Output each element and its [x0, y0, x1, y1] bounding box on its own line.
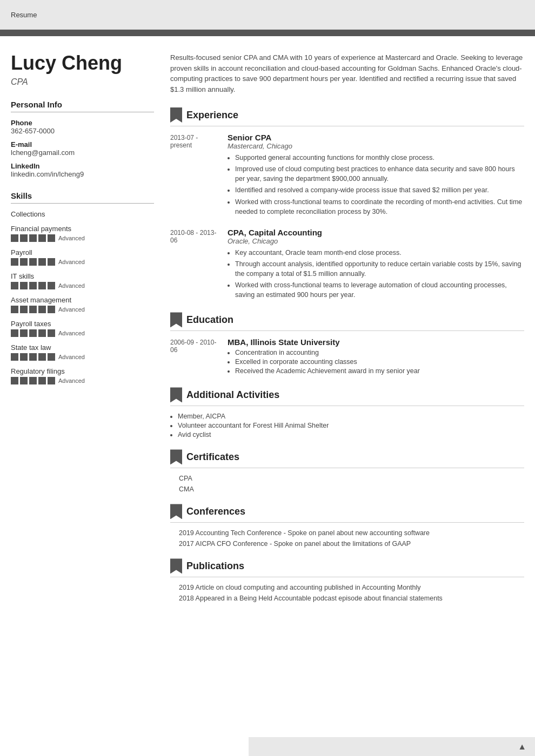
exp-company: Mastercard, Chicago: [228, 142, 524, 150]
exp-bullet-item: Through account analysis, identified opp…: [235, 259, 524, 279]
skill-level-label: Advanced: [58, 330, 85, 336]
linkedin-label: LinkedIn: [11, 162, 154, 170]
pub-items: 2019 Article on cloud computing and acco…: [170, 584, 524, 602]
phone-value: 362-657-0000: [11, 127, 154, 135]
conf-item: 2019 Accounting Tech Conference - Spoke …: [179, 529, 524, 537]
skill-block: [20, 258, 28, 266]
exp-company: Oracle, Chicago: [228, 237, 524, 245]
education-section: Education 2006-09 - 2010-06MBA, Illinois…: [170, 312, 524, 376]
skill-block: [20, 329, 28, 337]
skill-block: [11, 377, 18, 384]
skill-name: Payroll: [11, 248, 154, 256]
personal-info-title: Personal Info: [11, 100, 154, 112]
skill-item: IT skillsAdvanced: [11, 272, 154, 289]
bookmark-icon-certs: [170, 449, 182, 464]
skill-block: [29, 329, 37, 337]
skills-title: Skills: [11, 191, 154, 204]
skill-item: PayrollAdvanced: [11, 248, 154, 266]
cert-item: CPA: [179, 475, 524, 482]
exp-bullet-item: Improved use of cloud computing best pra…: [235, 164, 524, 184]
bookmark-icon-edu: [170, 312, 182, 327]
pub-item: 2018 Appeared in a Being Held Accountabl…: [179, 595, 524, 602]
skill-block: [20, 282, 28, 289]
conf-items: 2019 Accounting Tech Conference - Spoke …: [170, 529, 524, 548]
skill-name: Regulatory filings: [11, 367, 154, 375]
skill-level-label: Advanced: [58, 282, 85, 289]
exp-bullet-item: Worked with cross-functional teams to le…: [235, 280, 524, 300]
exp-bullet-item: Worked with cross-functional teams to co…: [235, 197, 524, 217]
cert-item: CMA: [179, 485, 524, 493]
skill-block: [48, 329, 55, 337]
skill-block: [11, 306, 18, 313]
education-list: 2006-09 - 2010-06MBA, Illinois State Uni…: [170, 338, 524, 376]
skill-bar-row: Advanced: [11, 353, 154, 361]
activities-bullets: Member, AICPAVolunteer accountant for Fo…: [170, 413, 524, 438]
skill-blocks: [11, 377, 55, 384]
skill-level-label: Advanced: [58, 235, 85, 241]
activity-item: Member, AICPA: [178, 413, 524, 420]
scroll-arrow-icon[interactable]: ▲: [518, 742, 526, 752]
certificates-title: Certificates: [186, 451, 239, 463]
skill-item: Asset managementAdvanced: [11, 296, 154, 313]
certificates-header: Certificates: [170, 449, 524, 468]
bookmark-icon: [170, 107, 182, 123]
skill-level-label: Advanced: [58, 377, 85, 384]
skill-item: State tax lawAdvanced: [11, 343, 154, 361]
conferences-header: Conferences: [170, 504, 524, 523]
skill-level-label: Advanced: [58, 354, 85, 360]
email-value: lcheng@gamail.com: [11, 148, 154, 157]
edu-bullets: Concentration in accountingExcelled in c…: [228, 349, 524, 375]
skill-block: [48, 258, 55, 266]
activity-item: Avid cyclist: [178, 431, 524, 438]
skill-item: Collections: [11, 210, 154, 218]
skill-blocks: [11, 258, 55, 266]
experience-list: 2013-07 - presentSenior CPAMastercard, C…: [170, 133, 524, 301]
activity-item: Volunteer accountant for Forest Hill Ani…: [178, 422, 524, 429]
skill-block: [48, 234, 55, 242]
skill-block: [38, 234, 46, 242]
exp-details: Senior CPAMastercard, ChicagoSupported g…: [228, 133, 524, 218]
edu-bullet-item: Concentration in accounting: [235, 349, 524, 356]
email-label: E-mail: [11, 140, 154, 148]
cert-items: CPACMA: [170, 475, 524, 493]
skill-block: [48, 353, 55, 361]
skill-level-label: Advanced: [58, 259, 85, 265]
skill-item: Regulatory filingsAdvanced: [11, 367, 154, 384]
conf-item: 2017 AICPA CFO Conference - Spoke on pan…: [179, 540, 524, 548]
skill-block: [20, 377, 28, 384]
skill-block: [48, 306, 55, 313]
skill-item: Payroll taxesAdvanced: [11, 320, 154, 337]
skill-block: [29, 306, 37, 313]
pub-item: 2019 Article on cloud computing and acco…: [179, 584, 524, 591]
skill-block: [11, 234, 18, 242]
skill-block: [48, 282, 55, 289]
skill-block: [20, 306, 28, 313]
skill-blocks: [11, 306, 55, 313]
skill-block: [11, 329, 18, 337]
exp-details: CPA, Capital AccountingOracle, ChicagoKe…: [228, 228, 524, 302]
skill-bar-row: Advanced: [11, 234, 154, 242]
skill-block: [29, 258, 37, 266]
main-content: Lucy Cheng CPA Personal Info Phone 362-6…: [0, 36, 535, 624]
skill-block: [38, 329, 46, 337]
education-entry: 2006-09 - 2010-06MBA, Illinois State Uni…: [170, 338, 524, 376]
skill-blocks: [11, 353, 55, 361]
edu-details: MBA, Illinois State UniversityConcentrat…: [228, 338, 524, 376]
skill-bar-row: Advanced: [11, 306, 154, 313]
exp-bullets: Key accountant, Oracle team month-end cl…: [228, 248, 524, 300]
candidate-title: CPA: [11, 77, 154, 87]
conferences-title: Conferences: [186, 506, 245, 517]
skill-block: [38, 258, 46, 266]
skills-list: CollectionsFinancial paymentsAdvancedPay…: [11, 210, 154, 384]
candidate-name: Lucy Cheng: [11, 52, 154, 74]
footer-strip: ▲: [249, 737, 535, 756]
skill-bar-row: Advanced: [11, 377, 154, 384]
header-strip: [0, 30, 535, 36]
education-title: Education: [186, 314, 233, 326]
exp-bullets: Supported general accounting functions f…: [228, 153, 524, 217]
bookmark-icon-pub: [170, 558, 182, 573]
skill-bar-row: Advanced: [11, 329, 154, 337]
skill-blocks: [11, 234, 55, 242]
experience-entry: 2013-07 - presentSenior CPAMastercard, C…: [170, 133, 524, 218]
skill-name: Collections: [11, 210, 154, 218]
